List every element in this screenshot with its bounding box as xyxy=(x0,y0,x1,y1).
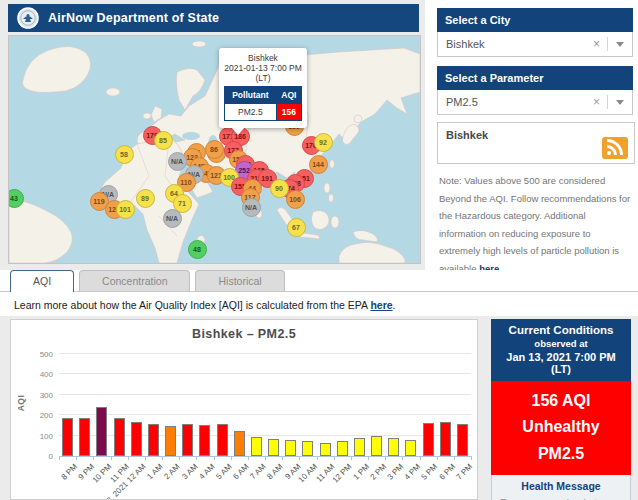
map-marker[interactable]: 144 xyxy=(309,155,328,174)
chart-bar xyxy=(182,424,193,456)
map-marker[interactable]: 106 xyxy=(286,190,305,209)
x-tick xyxy=(162,456,163,460)
x-tick xyxy=(334,456,335,460)
rss-box: Bishkek xyxy=(437,122,635,164)
y-tick-label: 100 xyxy=(17,432,53,441)
x-tick xyxy=(231,456,232,460)
chart-bar xyxy=(405,440,416,456)
chart-bar xyxy=(388,438,399,456)
x-tick xyxy=(93,456,94,460)
app-header: AirNow Department of State xyxy=(8,4,419,32)
parameter-clear-icon[interactable]: × xyxy=(586,95,607,109)
divider xyxy=(607,37,608,51)
right-sidebar: Select a City Bishkek × Select a Paramet… xyxy=(425,0,638,316)
popup-city: Bishkek xyxy=(224,53,302,63)
learn-more-text: Learn more about how the Air Quality Ind… xyxy=(14,299,396,311)
learn-more-before: Learn more about how the Air Quality Ind… xyxy=(14,299,370,311)
parameter-select-value: PM2.5 xyxy=(446,96,478,108)
chart-bar xyxy=(148,424,159,456)
x-tick xyxy=(454,456,455,460)
chart-bar xyxy=(423,423,434,456)
map-marker[interactable]: 48 xyxy=(188,240,207,259)
x-tick xyxy=(299,456,300,460)
map-marker[interactable]: 92 xyxy=(314,133,333,152)
health-message-text: Everyone may begin to experience health … xyxy=(500,496,622,500)
map-marker[interactable]: 101 xyxy=(116,200,135,219)
divider xyxy=(607,95,608,109)
learn-more-here-link[interactable]: here xyxy=(370,299,392,311)
chart-bar xyxy=(440,422,451,456)
world-map[interactable]: 581798584123N/A86145141N/A121110648971N/… xyxy=(8,35,421,264)
tab-band: AQIConcentrationHistorical Learn more ab… xyxy=(0,270,638,316)
x-tick xyxy=(368,456,369,460)
map-marker[interactable]: 85 xyxy=(154,131,173,150)
popup-datetime: 2021-01-13 7:00 PM xyxy=(224,63,302,73)
map-marker[interactable]: 90 xyxy=(270,179,289,198)
chart-bar xyxy=(302,441,313,456)
dos-seal-icon xyxy=(17,7,39,29)
aqi-status-block: 156 AQI Unhealthy PM2.5 xyxy=(491,381,631,475)
current-conditions-title: Current Conditions xyxy=(495,324,627,336)
rss-city-label: Bishkek xyxy=(446,129,488,141)
aqi-value: 156 AQI xyxy=(491,388,631,414)
x-tick xyxy=(402,456,403,460)
chart-panel: Bishkek – PM2.5 AQI 01002003004005008 PM… xyxy=(10,319,478,500)
current-conditions-header: Current Conditions observed at Jan 13, 2… xyxy=(491,319,631,381)
chevron-down-icon[interactable] xyxy=(616,100,624,105)
chart-bar xyxy=(337,441,348,456)
map-marker[interactable]: 67 xyxy=(287,218,306,237)
popup-table: Pollutant AQI PM2.5 156 xyxy=(224,86,302,121)
tab-historical[interactable]: Historical xyxy=(195,270,284,291)
parameter-select[interactable]: PM2.5 × xyxy=(437,90,633,115)
popup-aqi-value: 156 xyxy=(276,104,301,121)
chevron-down-icon[interactable] xyxy=(616,42,624,47)
chart-bar xyxy=(62,418,73,456)
city-clear-icon[interactable]: × xyxy=(586,37,607,51)
x-tick xyxy=(111,456,112,460)
y-tick-label: 200 xyxy=(17,411,53,420)
chart-bar xyxy=(165,426,176,456)
popup-col-pollutant: Pollutant xyxy=(225,87,277,104)
current-conditions-panel: Current Conditions observed at Jan 13, 2… xyxy=(491,319,631,500)
chart-bar xyxy=(114,418,125,456)
tab-aqi[interactable]: AQI xyxy=(10,270,74,292)
chart-bar xyxy=(268,439,279,456)
parameter-select-panel: Select a Parameter PM2.5 × xyxy=(437,66,633,115)
chart-bar xyxy=(199,425,210,456)
city-select-panel: Select a City Bishkek × xyxy=(437,8,633,57)
learn-more-after: . xyxy=(393,299,396,311)
city-select[interactable]: Bishkek × xyxy=(437,32,633,57)
map-marker[interactable]: N/A xyxy=(242,198,261,217)
tab-concentration[interactable]: Concentration xyxy=(79,270,190,291)
health-message-block: Health Message Everyone may begin to exp… xyxy=(491,475,631,500)
map-marker[interactable]: 58 xyxy=(115,145,134,164)
x-tick xyxy=(282,456,283,460)
x-tick xyxy=(437,456,438,460)
chart-bar xyxy=(251,437,262,456)
map-markers: 581798584123N/A86145141N/A121110648971N/… xyxy=(9,36,420,263)
chart-bar xyxy=(320,443,331,456)
y-tick-label: 500 xyxy=(17,350,53,359)
rss-icon[interactable] xyxy=(602,137,628,159)
x-tick xyxy=(420,456,421,460)
x-tick xyxy=(76,456,77,460)
x-tick xyxy=(351,456,352,460)
x-tick xyxy=(265,456,266,460)
health-message-title: Health Message xyxy=(500,480,622,492)
observed-datetime: Jan 13, 2021 7:00 PM (LT) xyxy=(495,351,627,375)
gridline xyxy=(59,373,471,374)
map-marker[interactable]: N/A xyxy=(168,152,187,171)
y-tick-label: 0 xyxy=(17,452,53,461)
map-marker[interactable]: 43 xyxy=(8,189,24,208)
map-marker[interactable]: 89 xyxy=(136,189,155,208)
chart-bar xyxy=(131,422,142,456)
chart-plot xyxy=(59,354,471,457)
x-tick xyxy=(471,456,472,460)
y-tick-label: 300 xyxy=(17,391,53,400)
map-marker[interactable]: 86 xyxy=(205,140,224,159)
map-marker[interactable]: N/A xyxy=(163,209,182,228)
x-tick xyxy=(317,456,318,460)
chart-bar xyxy=(354,438,365,456)
gridline xyxy=(59,353,471,354)
aqi-pollutant: PM2.5 xyxy=(491,441,631,467)
